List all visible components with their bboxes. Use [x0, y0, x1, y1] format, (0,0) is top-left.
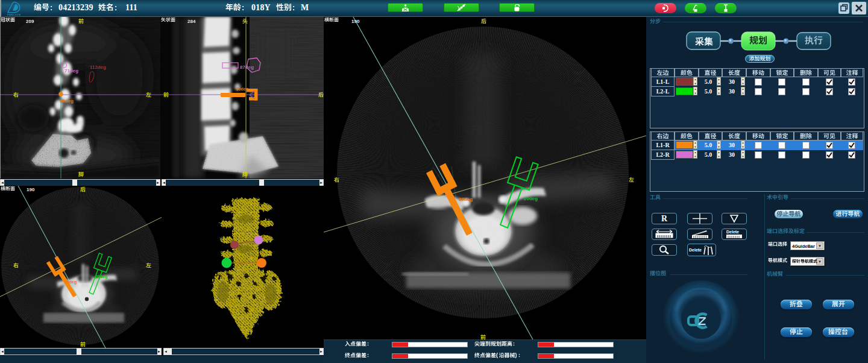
svg-text:90deg: 90deg: [60, 98, 74, 104]
svg-text:PERLOVE: PERLOVE: [7, 13, 21, 16]
svg-text:29deg: 29deg: [64, 280, 77, 285]
svg-text:87deg: 87deg: [240, 65, 254, 70]
svg-text:Delete: Delete: [726, 230, 739, 234]
svg-text:20deg: 20deg: [524, 196, 538, 201]
svg-text:71deg: 71deg: [64, 68, 78, 74]
svg-text:190: 190: [351, 19, 360, 24]
svg-text:209: 209: [26, 19, 34, 24]
svg-text:20deg: 20deg: [95, 274, 107, 279]
svg-text:90deg: 90deg: [236, 87, 248, 92]
svg-text:Delete: Delete: [689, 248, 702, 252]
svg-text:30deg: 30deg: [459, 197, 473, 202]
svg-text:112deg: 112deg: [90, 65, 106, 70]
svg-text:284: 284: [187, 19, 196, 24]
svg-text:190: 190: [27, 187, 35, 192]
